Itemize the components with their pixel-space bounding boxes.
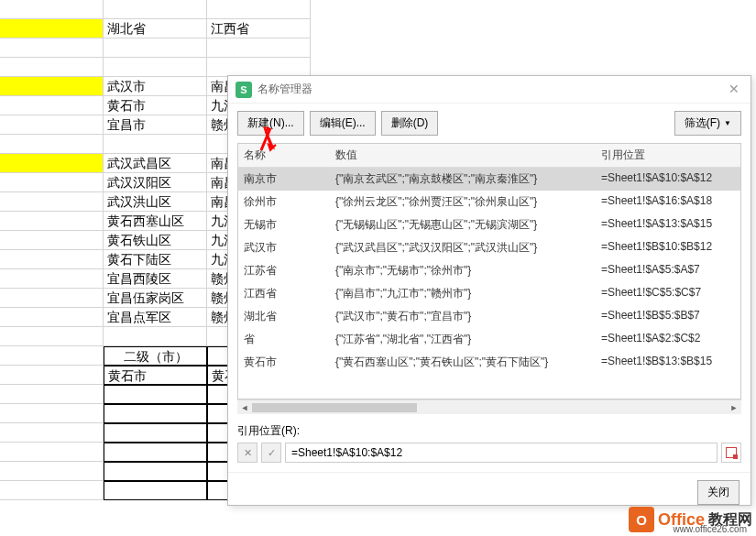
name-row[interactable]: 无锡市{"无锡锡山区";"无锡惠山区";"无锡滨湖区"}=Sheet1!$A$1… (238, 213, 740, 236)
sheet-cell[interactable] (0, 481, 104, 500)
table-data-cell[interactable]: 黄石市 (104, 366, 207, 385)
sheet-cell[interactable] (104, 385, 207, 404)
name-row[interactable]: 徐州市{"徐州云龙区";"徐州贾汪区";"徐州泉山区"}=Sheet1!$A$1… (238, 191, 740, 213)
sheet-cell[interactable]: 湖北省 (104, 19, 207, 38)
table-data-cell[interactable] (0, 366, 104, 385)
sheet-cell[interactable] (0, 0, 104, 19)
sheet-cell[interactable]: 宜昌西陵区 (104, 269, 207, 289)
sheet-cell[interactable] (0, 385, 104, 404)
close-icon[interactable]: ✕ (725, 81, 743, 99)
sheet-cell[interactable] (0, 327, 104, 346)
edit-button[interactable]: 编辑(E)... (310, 111, 376, 136)
sheet-cell[interactable] (0, 77, 104, 96)
sheet-row (0, 38, 756, 58)
sheet-cell[interactable] (0, 19, 104, 38)
reference-input[interactable] (285, 443, 718, 463)
sheet-cell[interactable] (0, 135, 104, 154)
name-row[interactable]: 江西省{"南昌市";"九江市";"赣州市"}=Sheet1!$C$5:$C$7 (238, 282, 740, 305)
sheet-cell[interactable] (0, 423, 104, 443)
row-name: 湖北省 (238, 305, 330, 328)
sheet-cell[interactable] (104, 423, 207, 443)
sheet-cell[interactable] (0, 212, 104, 231)
name-row[interactable]: 江苏省{"南京市";"无锡市";"徐州市"}=Sheet1!$A$5:$A$7 (238, 259, 740, 282)
sheet-cell[interactable] (0, 404, 104, 423)
sheet-cell[interactable] (0, 58, 104, 77)
filter-button[interactable]: 筛选(F) ▼ (674, 111, 741, 136)
sheet-cell[interactable] (104, 462, 207, 481)
name-row[interactable]: 武汉市{"武汉武昌区";"武汉汉阳区";"武汉洪山区"}=Sheet1!$B$1… (238, 236, 740, 259)
row-name: 徐州市 (238, 191, 330, 213)
close-button[interactable]: 关闭 (697, 480, 740, 505)
sheet-cell[interactable]: 江西省 (207, 19, 311, 38)
ref-cancel-icon[interactable]: ✕ (237, 443, 257, 463)
name-list: 名称 数值 引用位置 南京市{"南京玄武区";"南京鼓楼区";"南京秦淮区"}=… (237, 143, 741, 399)
sheet-cell[interactable] (0, 192, 104, 212)
sheet-cell[interactable] (104, 38, 207, 58)
sheet-cell[interactable] (0, 250, 104, 269)
list-body: 南京市{"南京玄武区";"南京鼓楼区";"南京秦淮区"}=Sheet1!$A$1… (238, 168, 740, 374)
sheet-cell[interactable] (0, 38, 104, 58)
app-logo-icon: S (236, 82, 252, 98)
sheet-cell[interactable] (0, 154, 104, 173)
column-value[interactable]: 数值 (330, 144, 596, 167)
reference-section: 引用位置(R): ✕ ✓ (228, 414, 751, 472)
reference-label: 引用位置(R): (237, 423, 741, 439)
sheet-cell[interactable]: 宜昌点军区 (104, 308, 207, 327)
sheet-cell[interactable]: 黄石下陆区 (104, 250, 207, 269)
sheet-cell[interactable]: 武汉洪山区 (104, 192, 207, 212)
row-name: 武汉市 (238, 236, 330, 259)
sheet-cell[interactable] (0, 115, 104, 135)
sheet-cell[interactable] (0, 462, 104, 481)
sheet-cell[interactable] (207, 58, 311, 77)
sheet-cell[interactable] (104, 135, 207, 154)
sheet-cell[interactable]: 宜昌市 (104, 115, 207, 135)
row-value: {"江苏省","湖北省","江西省"} (330, 328, 596, 351)
table-header-cell[interactable] (0, 346, 104, 366)
list-scrollbar[interactable]: ◄ ► (237, 399, 741, 414)
name-row[interactable]: 湖北省{"武汉市";"黄石市";"宜昌市"}=Sheet1!$B$5:$B$7 (238, 305, 740, 328)
sheet-cell[interactable] (0, 289, 104, 308)
sheet-cell[interactable] (0, 269, 104, 289)
row-value: {"无锡锡山区";"无锡惠山区";"无锡滨湖区"} (330, 213, 596, 236)
sheet-cell[interactable]: 武汉武昌区 (104, 154, 207, 173)
sheet-cell[interactable]: 武汉汉阳区 (104, 173, 207, 192)
sheet-cell[interactable]: 宜昌伍家岗区 (104, 289, 207, 308)
filter-label: 筛选(F) (685, 115, 720, 131)
sheet-cell[interactable]: 黄石铁山区 (104, 231, 207, 250)
name-row[interactable]: 南京市{"南京玄武区";"南京鼓楼区";"南京秦淮区"}=Sheet1!$A$1… (238, 168, 740, 191)
sheet-cell[interactable] (207, 38, 311, 58)
sheet-cell[interactable]: 武汉市 (104, 77, 207, 96)
name-row[interactable]: 省{"江苏省","湖北省","江西省"}=Sheet1!$A$2:$C$2 (238, 328, 740, 351)
sheet-cell[interactable] (104, 0, 207, 19)
row-reference: =Sheet1!$B$5:$B$7 (596, 305, 733, 328)
sheet-cell[interactable]: 黄石西塞山区 (104, 212, 207, 231)
sheet-cell[interactable] (0, 308, 104, 327)
sheet-cell[interactable] (104, 404, 207, 423)
ref-accept-icon[interactable]: ✓ (261, 443, 281, 463)
name-row[interactable]: 黄石市{"黄石西塞山区";"黄石铁山区";"黄石下陆区"}=Sheet1!$B$… (238, 351, 740, 374)
sheet-cell[interactable] (104, 58, 207, 77)
sheet-cell[interactable] (207, 0, 311, 19)
sheet-cell[interactable] (104, 443, 207, 462)
sheet-cell[interactable] (0, 96, 104, 115)
row-value: {"南京玄武区";"南京鼓楼区";"南京秦淮区"} (330, 168, 596, 191)
column-name[interactable]: 名称 (238, 144, 330, 167)
sheet-cell[interactable] (104, 327, 207, 346)
new-button[interactable]: 新建(N)... (237, 111, 304, 136)
table-header-cell[interactable]: 二级（市） (104, 346, 207, 366)
range-picker-icon[interactable] (721, 443, 741, 463)
dialog-toolbar: 新建(N)... 编辑(E)... 删除(D) 筛选(F) ▼ (228, 104, 751, 143)
sheet-cell[interactable] (104, 481, 207, 500)
row-value: {"徐州云龙区";"徐州贾汪区";"徐州泉山区"} (330, 191, 596, 213)
row-value: {"武汉市";"黄石市";"宜昌市"} (330, 305, 596, 328)
sheet-cell[interactable] (0, 173, 104, 192)
delete-button[interactable]: 删除(D) (381, 111, 439, 136)
sheet-cell[interactable]: 黄石市 (104, 96, 207, 115)
row-reference: =Sheet1!$A$2:$C$2 (596, 328, 733, 351)
scroll-right-icon[interactable]: ► (727, 400, 741, 415)
sheet-row (0, 0, 756, 19)
scroll-left-icon[interactable]: ◄ (237, 400, 252, 415)
sheet-cell[interactable] (0, 231, 104, 250)
sheet-cell[interactable] (0, 443, 104, 462)
column-reference[interactable]: 引用位置 (596, 144, 733, 167)
